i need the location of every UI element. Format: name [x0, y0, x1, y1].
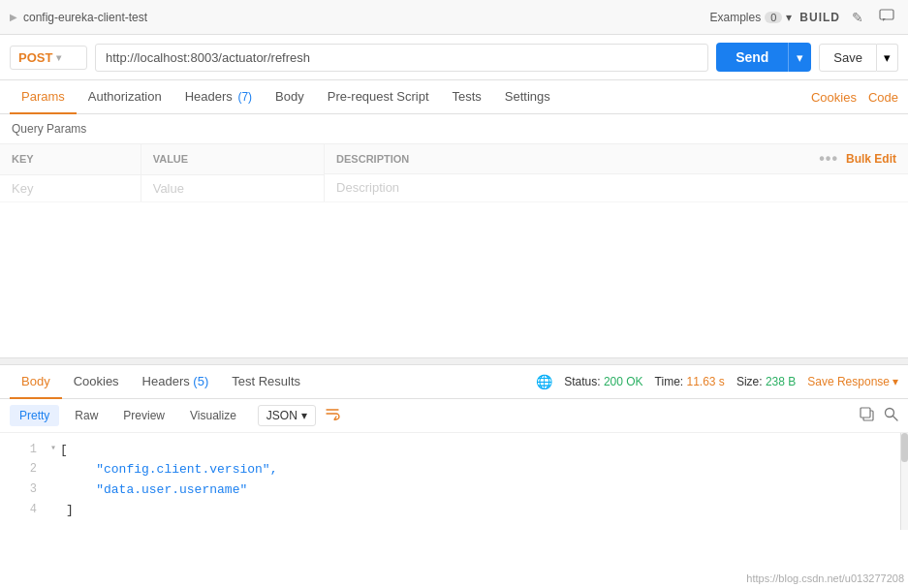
top-bar-left: ▶ config-eureka-client-test: [10, 11, 147, 24]
method-label: POST: [18, 50, 52, 65]
send-group: Send ▾: [716, 43, 811, 72]
format-tab-pretty[interactable]: Pretty: [10, 405, 59, 426]
tab-headers-label: Headers (7): [185, 89, 252, 104]
format-tab-raw[interactable]: Raw: [65, 405, 108, 426]
description-cell: Description: [325, 174, 908, 201]
examples-label: Examples: [710, 11, 762, 24]
tab-params[interactable]: Params: [10, 80, 77, 114]
time-value: 11.63 s: [687, 375, 725, 388]
examples-chevron-icon: ▾: [786, 11, 792, 24]
examples-count: 0: [765, 12, 782, 23]
format-tab-visualize[interactable]: Visualize: [180, 405, 246, 426]
scrollbar-track[interactable]: [900, 433, 908, 530]
comment-icon-button[interactable]: [875, 7, 898, 27]
copy-icon: [860, 409, 874, 424]
format-tab-visualize-label: Visualize: [190, 409, 236, 422]
wrap-button[interactable]: [326, 407, 343, 424]
tab-body[interactable]: Body: [264, 80, 316, 114]
response-tab-headers[interactable]: Headers (5): [131, 365, 221, 399]
save-response-chevron-icon: ▾: [892, 375, 898, 388]
tabs-right: Cookies Code: [811, 90, 898, 105]
send-button[interactable]: Send: [716, 43, 788, 72]
section-divider: [0, 357, 908, 365]
format-tab-preview[interactable]: Preview: [113, 405, 174, 426]
url-input[interactable]: [95, 44, 708, 72]
collapse-icon[interactable]: ▶: [10, 12, 17, 22]
build-button[interactable]: BUILD: [799, 11, 840, 24]
table-header-row: KEY VALUE DESCRIPTION ••• Bulk Edit: [0, 144, 908, 174]
save-button[interactable]: Save: [819, 44, 877, 72]
tab-settings-label: Settings: [505, 89, 550, 104]
response-headers-count: (5): [193, 374, 208, 388]
tab-tests-label: Tests: [453, 89, 482, 104]
response-tab-headers-label: Headers (5): [142, 374, 209, 388]
fold-button-1[interactable]: ▾: [50, 441, 56, 456]
url-bar: POST ▾ Send ▾ Save ▾: [0, 35, 908, 80]
code-line-4: 4 ]: [0, 501, 908, 521]
format-type-selector[interactable]: JSON ▾: [258, 405, 316, 426]
more-options-icon[interactable]: •••: [819, 150, 838, 168]
bulk-edit-button[interactable]: Bulk Edit: [846, 152, 896, 166]
close-bracket: ]: [66, 501, 74, 521]
save-response-label: Save Response: [807, 375, 890, 388]
params-table: KEY VALUE DESCRIPTION ••• Bulk Edit Key …: [0, 144, 908, 202]
search-button[interactable]: [884, 407, 898, 424]
code-area: 1 ▾ [ 2 "config.client.version", 3 "data…: [0, 433, 908, 530]
message-icon: [879, 10, 894, 25]
top-bar-right: Examples 0 ▾ BUILD ✎: [710, 7, 898, 27]
save-response-button[interactable]: Save Response ▾: [807, 375, 898, 388]
method-selector[interactable]: POST ▾: [10, 46, 87, 70]
tab-headers[interactable]: Headers (7): [173, 80, 264, 114]
tab-settings[interactable]: Settings: [493, 80, 562, 114]
globe-icon: 🌐: [536, 374, 552, 389]
tab-authorization-label: Authorization: [88, 89, 162, 104]
scrollbar-thumb[interactable]: [901, 433, 908, 462]
response-tab-cookies[interactable]: Cookies: [62, 365, 131, 399]
code-link[interactable]: Code: [868, 90, 898, 105]
tab-tests[interactable]: Tests: [441, 80, 493, 114]
response-meta: 🌐 Status: 200 OK Time: 11.63 s Size: 238…: [536, 374, 898, 389]
body-toolbar: Pretty Raw Preview Visualize JSON ▾: [0, 399, 908, 433]
time-label: Time: 11.63 s: [655, 375, 725, 388]
svg-rect-0: [880, 10, 893, 19]
tab-authorization[interactable]: Authorization: [77, 80, 173, 114]
format-tab-preview-label: Preview: [123, 409, 165, 422]
response-tab-test-results[interactable]: Test Results: [220, 365, 312, 399]
line-number-4: 4: [10, 501, 37, 519]
format-tab-pretty-label: Pretty: [19, 409, 49, 422]
copy-button[interactable]: [860, 407, 874, 424]
status-label: Status: 200 OK: [564, 375, 642, 388]
format-type-chevron-icon: ▾: [301, 409, 307, 422]
send-dropdown-button[interactable]: ▾: [788, 43, 811, 72]
save-dropdown-button[interactable]: ▾: [877, 44, 898, 72]
status-value: 200 OK: [604, 375, 643, 388]
format-type-label: JSON: [266, 409, 297, 422]
code-line-3: 3 "data.user.username": [0, 480, 908, 501]
pencil-icon: ✎: [852, 10, 863, 25]
tab-body-label: Body: [275, 89, 304, 104]
svg-line-4: [893, 416, 898, 420]
svg-rect-2: [861, 408, 870, 418]
response-tabs-bar: Body Cookies Headers (5) Test Results 🌐 …: [0, 365, 908, 399]
code-line-1: 1 ▾ [: [0, 441, 908, 461]
response-tab-body[interactable]: Body: [10, 365, 62, 399]
code-line-2: 2 "config.client.version",: [0, 460, 908, 480]
tab-prerequest-label: Pre-request Script: [328, 89, 429, 104]
tab-params-label: Params: [21, 89, 65, 104]
description-column-header: DESCRIPTION ••• Bulk Edit: [325, 144, 908, 174]
save-group: Save ▾: [819, 44, 898, 72]
cookies-link[interactable]: Cookies: [811, 90, 857, 105]
tab-title: config-eureka-client-test: [23, 11, 147, 24]
response-tab-test-results-label: Test Results: [232, 374, 300, 388]
value-cell: Value: [141, 174, 324, 201]
edit-icon-button[interactable]: ✎: [848, 8, 867, 27]
key-cell: Key: [0, 174, 141, 201]
code-value-2: "data.user.username": [66, 480, 247, 501]
wrap-icon: [326, 407, 343, 423]
examples-button[interactable]: Examples 0 ▾: [710, 11, 793, 24]
response-tab-body-label: Body: [21, 374, 50, 388]
tab-prerequest[interactable]: Pre-request Script: [316, 80, 441, 114]
value-column-header: VALUE: [141, 144, 324, 174]
size-value: 238 B: [766, 375, 796, 388]
value-placeholder: Value: [153, 181, 184, 196]
